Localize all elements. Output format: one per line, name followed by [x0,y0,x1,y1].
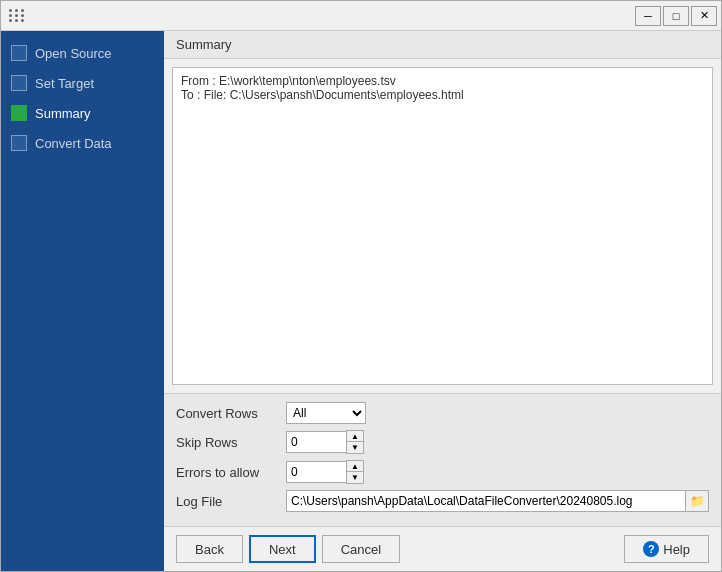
errors-label: Errors to allow [176,465,286,480]
bottom-right-buttons: ? Help [624,535,709,563]
convert-rows-control: All Custom [286,402,366,424]
errors-spinner-buttons: ▲ ▼ [346,460,364,484]
skip-rows-spinner-buttons: ▲ ▼ [346,430,364,454]
right-panel: Summary From : E:\work\temp\nton\employe… [164,31,721,571]
convert-rows-label: Convert Rows [176,406,286,421]
step-indicator-summary [11,105,27,121]
help-label: Help [663,542,690,557]
sidebar-label-convert-data: Convert Data [35,136,112,151]
summary-line-from: From : E:\work\temp\nton\employees.tsv [181,74,704,88]
title-bar: ─ □ ✕ [1,1,721,31]
maximize-button[interactable]: □ [663,6,689,26]
log-file-input[interactable] [286,490,685,512]
help-button[interactable]: ? Help [624,535,709,563]
step-indicator-set-target [11,75,27,91]
bottom-bar: Back Next Cancel ? Help [164,526,721,571]
sidebar-item-summary[interactable]: Summary [1,99,164,127]
skip-rows-spinner: ▲ ▼ [286,430,364,454]
errors-control: ▲ ▼ [286,460,364,484]
log-file-browse-button[interactable]: 📁 [685,490,709,512]
skip-rows-label: Skip Rows [176,435,286,450]
sidebar-item-convert-data[interactable]: Convert Data [1,129,164,157]
bottom-left-buttons: Back Next Cancel [176,535,400,563]
skip-rows-control: ▲ ▼ [286,430,364,454]
errors-spinner: ▲ ▼ [286,460,364,484]
errors-down-button[interactable]: ▼ [347,472,363,483]
drag-handle [5,5,29,26]
skip-rows-row: Skip Rows ▲ ▼ [176,430,709,454]
sidebar-item-open-source[interactable]: Open Source [1,39,164,67]
help-icon: ? [643,541,659,557]
skip-rows-down-button[interactable]: ▼ [347,442,363,453]
sidebar-item-set-target[interactable]: Set Target [1,69,164,97]
sidebar: Open Source Set Target Summary Convert D… [1,31,164,571]
main-content: Open Source Set Target Summary Convert D… [1,31,721,571]
window-controls: ─ □ ✕ [635,6,717,26]
folder-icon: 📁 [690,494,705,508]
close-button[interactable]: ✕ [691,6,717,26]
options-panel: Convert Rows All Custom Skip Rows [164,393,721,526]
cancel-button[interactable]: Cancel [322,535,400,563]
main-window: ─ □ ✕ Open Source Set Target Summary Con… [0,0,722,572]
skip-rows-up-button[interactable]: ▲ [347,431,363,442]
summary-line-to: To : File: C:\Users\pansh\Documents\empl… [181,88,704,102]
summary-area: From : E:\work\temp\nton\employees.tsv T… [172,67,713,385]
skip-rows-input[interactable] [286,431,346,453]
log-file-row: Log File 📁 [176,490,709,512]
step-indicator-convert-data [11,135,27,151]
convert-rows-row: Convert Rows All Custom [176,402,709,424]
step-indicator-open-source [11,45,27,61]
sidebar-label-open-source: Open Source [35,46,112,61]
errors-row: Errors to allow ▲ ▼ [176,460,709,484]
next-button[interactable]: Next [249,535,316,563]
sidebar-label-summary: Summary [35,106,91,121]
log-file-label: Log File [176,494,286,509]
sidebar-label-set-target: Set Target [35,76,94,91]
errors-input[interactable] [286,461,346,483]
back-button[interactable]: Back [176,535,243,563]
errors-up-button[interactable]: ▲ [347,461,363,472]
minimize-button[interactable]: ─ [635,6,661,26]
convert-rows-select[interactable]: All Custom [286,402,366,424]
panel-header: Summary [164,31,721,59]
